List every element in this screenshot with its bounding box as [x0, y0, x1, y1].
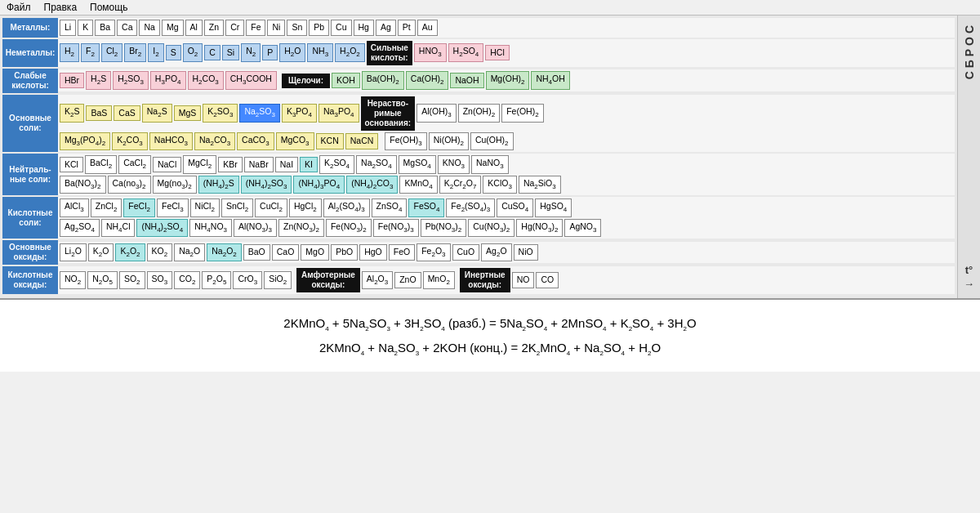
- msalt-K2SO3[interactable]: K2SO3: [203, 104, 238, 122]
- asalt-ZnSO4[interactable]: ZnSO4: [372, 199, 408, 216]
- nonmetal-Br2[interactable]: Br2: [124, 43, 146, 61]
- acox-CO2[interactable]: CO2: [174, 271, 200, 289]
- asalt-FeNO32[interactable]: Fe(NO3)2: [326, 219, 372, 237]
- msalt-CaS[interactable]: CaS: [114, 105, 140, 122]
- mox-Na2O[interactable]: Na2O: [174, 243, 205, 261]
- asalt-ZnCl2[interactable]: ZnCl2: [91, 199, 122, 216]
- asalt-CuNO32[interactable]: Cu(NO3)2: [468, 219, 514, 237]
- mox-PbO[interactable]: PbO: [331, 244, 358, 261]
- msalt-KCN[interactable]: KCN: [316, 133, 344, 149]
- asalt-CuSO4[interactable]: CuSO4: [497, 199, 533, 216]
- asalt-NH4Cl[interactable]: NH4Cl: [101, 219, 136, 237]
- nonmetal-H2[interactable]: H2: [60, 43, 79, 61]
- asalt-NH42SO4[interactable]: (NH4)2SO4: [136, 219, 188, 237]
- nsalt-MgCl2[interactable]: MgCl2: [183, 155, 216, 173]
- nsalt-KClO3[interactable]: KClO3: [483, 176, 517, 194]
- metal-Hg[interactable]: Hg: [354, 20, 374, 36]
- nonmetal-F2[interactable]: F2: [81, 43, 100, 61]
- mox-BaO[interactable]: BaO: [243, 244, 270, 261]
- nsalt-KNO3[interactable]: KNO3: [438, 155, 470, 173]
- alk-NaOH[interactable]: NaOH: [450, 73, 483, 89]
- nonmetal-NH3[interactable]: NH3: [307, 43, 333, 61]
- nsalt-NaCl[interactable]: NaCl: [153, 157, 181, 173]
- nonmetal-Si[interactable]: Si: [222, 45, 239, 61]
- asalt-AlNO33[interactable]: Al(NO3)3: [234, 219, 277, 237]
- metal-Sn[interactable]: Sn: [287, 20, 307, 36]
- msalt-Na2S[interactable]: Na2S: [142, 104, 172, 122]
- asalt-CuCl2[interactable]: CuCl2: [255, 199, 287, 216]
- metal-Cu[interactable]: Cu: [331, 20, 351, 36]
- nonmetal-H2O2[interactable]: H2O2: [335, 43, 365, 61]
- nsalt-KBr[interactable]: KBr: [218, 157, 243, 173]
- inox-NO[interactable]: NO: [512, 272, 535, 288]
- nsalt-NaI[interactable]: NaI: [275, 157, 298, 173]
- msalt-NaHCO3[interactable]: NaHCO3: [149, 132, 193, 150]
- msalt-K3PO4[interactable]: K3PO4: [282, 104, 317, 122]
- metal-Ag[interactable]: Ag: [376, 20, 396, 36]
- metal-Au[interactable]: Au: [417, 20, 438, 36]
- mox-Fe2O3[interactable]: Fe2O3: [416, 243, 450, 261]
- metal-K[interactable]: K: [78, 20, 93, 36]
- wacid-H3PO4[interactable]: H3PO4: [150, 71, 186, 89]
- metal-Ni[interactable]: Ni: [267, 20, 285, 36]
- acid-HCl[interactable]: HCl: [485, 45, 510, 61]
- insol-NiOH2[interactable]: Ni(OH)2: [429, 132, 469, 150]
- metal-Cr[interactable]: Cr: [225, 20, 244, 36]
- metal-Zn[interactable]: Zn: [204, 20, 224, 36]
- mox-CuO[interactable]: CuO: [452, 244, 480, 261]
- msalt-NaCN[interactable]: NaCN: [345, 133, 379, 149]
- wacid-H2CO3[interactable]: H2CO3: [188, 71, 224, 89]
- asalt-Al2SO43[interactable]: Al2(SO4)3: [323, 199, 370, 216]
- nonmetal-H2O[interactable]: H2O: [279, 43, 305, 61]
- nsalt-MgSO4[interactable]: MgSO4: [399, 155, 436, 173]
- metal-Pt[interactable]: Pt: [398, 20, 416, 36]
- asalt-FeNO33[interactable]: Fe(NO3)3: [373, 219, 419, 237]
- asalt-HgCl2[interactable]: HgCl2: [289, 199, 322, 216]
- nsalt-NaBr[interactable]: NaBr: [244, 157, 274, 173]
- inox-CO[interactable]: CO: [536, 272, 559, 288]
- acox-N2O5[interactable]: N2O5: [87, 271, 118, 289]
- mox-Li2O[interactable]: Li2O: [60, 243, 87, 261]
- alk-CaOH2[interactable]: Ca(OH)2: [406, 71, 449, 89]
- asalt-FeCl2[interactable]: FeCl2: [123, 199, 155, 216]
- metal-Ba[interactable]: Ba: [95, 20, 115, 36]
- asalt-Ag2SO4[interactable]: Ag2SO4: [60, 219, 100, 237]
- msalt-Na3PO4[interactable]: Na3PO4: [318, 104, 359, 122]
- nsalt-MgNO32[interactable]: Mg(no3)2: [153, 176, 197, 194]
- nonmetal-I2[interactable]: I2: [148, 43, 163, 61]
- nsalt-Na2SiO3[interactable]: Na2SiO3: [519, 176, 561, 194]
- nsalt-NH43PO4[interactable]: (NH4)3PO4: [293, 176, 345, 194]
- acox-NO2[interactable]: NO2: [60, 271, 86, 289]
- mox-MgO[interactable]: MgO: [301, 244, 329, 261]
- metal-Mg[interactable]: Mg: [162, 20, 184, 36]
- asalt-ZnNO32[interactable]: Zn(NO3)2: [278, 219, 324, 237]
- nsalt-BaNO32[interactable]: Ba(NO3)2: [60, 176, 106, 194]
- mox-FeO[interactable]: FeO: [389, 244, 415, 261]
- msalt-Na2SO3[interactable]: Na2SO3: [239, 104, 280, 122]
- acox-P2O5[interactable]: P2O5: [202, 271, 231, 289]
- metal-Li[interactable]: Li: [60, 20, 76, 36]
- nonmetal-N2[interactable]: N2: [241, 43, 261, 61]
- acox-SO3[interactable]: SO3: [147, 271, 173, 289]
- metal-Fe[interactable]: Fe: [246, 20, 265, 36]
- menu-edit[interactable]: Правка: [44, 2, 78, 13]
- msalt-Na2CO3[interactable]: Na2CO3: [194, 132, 235, 150]
- msalt-BaS[interactable]: BaS: [86, 105, 112, 122]
- nonmetal-C[interactable]: C: [204, 45, 220, 61]
- acox-CrO3[interactable]: CrO3: [233, 271, 262, 289]
- wacid-H2SO3[interactable]: H2SO3: [113, 71, 149, 89]
- acox-SiO2[interactable]: SiO2: [264, 271, 292, 289]
- nsalt-NH42SO3[interactable]: (NH4)2SO3: [241, 176, 292, 194]
- mox-K2O2[interactable]: K2O2: [115, 243, 145, 261]
- asalt-FeCl3[interactable]: FeCl3: [157, 199, 189, 216]
- asalt-AlCl3[interactable]: AlCl3: [60, 199, 89, 216]
- nonmetal-O2[interactable]: O2: [183, 43, 203, 61]
- msalt-K2S[interactable]: K2S: [60, 104, 84, 122]
- mox-NiO[interactable]: NiO: [514, 244, 538, 261]
- nsalt-KMnO4[interactable]: KMnO4: [399, 176, 437, 194]
- insol-CuOH2[interactable]: Cu(OH)2: [470, 132, 514, 150]
- nsalt-CaNO32[interactable]: Ca(no3)2: [108, 176, 151, 194]
- menu-file[interactable]: Файл: [7, 2, 31, 13]
- asalt-PbNO32[interactable]: Pb(NO3)2: [421, 219, 467, 237]
- insol-FeOH3[interactable]: Fe(OH)3: [385, 132, 426, 150]
